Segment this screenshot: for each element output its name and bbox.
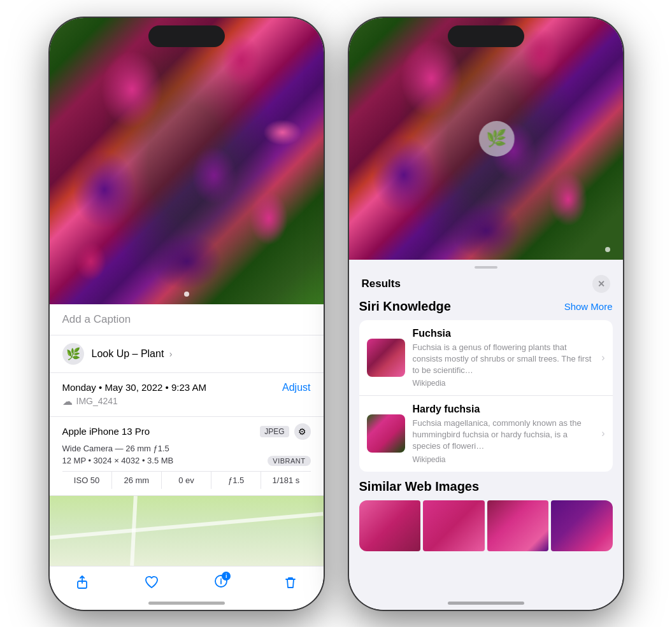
badge-row: JPEG ⚙ (260, 423, 310, 440)
heart-icon (145, 575, 159, 589)
similar-thumb-1[interactable] (359, 500, 421, 551)
fuchsia-thumb-bg (367, 339, 405, 377)
date-info: Monday • May 30, 2022 • 9:23 AM ☁ IMG_42… (62, 382, 206, 407)
fuchsia-thumbnail (367, 339, 405, 377)
caption-placeholder: Add a Caption (62, 313, 131, 325)
hardy-thumb-bg (367, 414, 405, 453)
hardy-thumbnail (367, 414, 405, 453)
fuchsia-desc: Fuchsia is a genus of flowering plants t… (413, 342, 597, 377)
siri-knowledge-title: Siri Knowledge (359, 299, 451, 314)
left-screen: Add a Caption 🌿 Look Up – Plant › (50, 18, 324, 610)
similar-title: Similar Web Images (359, 479, 613, 494)
siri-knowledge-section: Siri Knowledge Show More Fuchsia Fuchsia… (349, 299, 623, 479)
info-button-wrapper[interactable]: i (214, 574, 228, 591)
similar-thumb-3[interactable] (487, 500, 549, 551)
lookup-arrow: › (169, 349, 173, 359)
flower-photo-right[interactable]: 🌿 (349, 18, 623, 260)
home-indicator-right (448, 602, 524, 605)
camera-details: Wide Camera — 26 mm ƒ1.5 (62, 444, 311, 453)
filename: IMG_4241 (76, 396, 118, 406)
visual-search-button[interactable]: 🌿 (478, 121, 514, 157)
knowledge-card: Fuchsia Fuchsia is a genus of flowering … (359, 320, 613, 472)
lookup-prefix: Look Up – Plant › (92, 348, 173, 359)
device-section: Apple iPhone 13 Pro JPEG ⚙ Wide Camera —… (50, 417, 324, 496)
device-row: Apple iPhone 13 Pro JPEG ⚙ (62, 423, 311, 440)
visual-search-icon: 🌿 (486, 129, 506, 148)
share-button[interactable] (75, 575, 89, 589)
right-screen: 🌿 Results ✕ Siri Knowledge Show More (349, 18, 623, 610)
dot-indicator (184, 292, 189, 297)
exif-aperture: ƒ1.5 (211, 472, 261, 489)
format-badge: JPEG (260, 426, 289, 437)
photo-info-section: Add a Caption 🌿 Look Up – Plant › (50, 304, 324, 566)
dot-indicator-right (605, 247, 610, 252)
info-badge: i (222, 572, 231, 581)
exif-focal: 26 mm (112, 472, 162, 489)
gear-button[interactable]: ⚙ (294, 423, 311, 440)
adjust-button[interactable]: Adjust (282, 382, 310, 393)
map-background (50, 496, 324, 566)
mp-row: 12 MP • 3024 × 4032 • 3.5 MB VIBRANT (62, 456, 311, 466)
hardy-source: Wikipedia (413, 455, 597, 464)
fuchsia-source: Wikipedia (413, 379, 597, 388)
date-section: Monday • May 30, 2022 • 9:23 AM ☁ IMG_42… (50, 373, 324, 417)
knowledge-item-fuchsia[interactable]: Fuchsia Fuchsia is a genus of flowering … (359, 320, 613, 397)
location-row: ☁ IMG_4241 (62, 395, 206, 407)
trash-icon (283, 575, 297, 589)
similar-images-section: Similar Web Images (349, 479, 623, 559)
close-button[interactable]: ✕ (592, 275, 610, 293)
flower-photo-left[interactable] (50, 18, 324, 304)
similar-thumb-2[interactable] (423, 500, 485, 551)
phone-notch-right (448, 25, 524, 47)
home-indicator (148, 602, 225, 605)
lookup-row[interactable]: 🌿 Look Up – Plant › (50, 335, 324, 373)
right-phone: 🌿 Results ✕ Siri Knowledge Show More (349, 18, 623, 610)
mp-info: 12 MP • 3024 × 4032 • 3.5 MB (62, 456, 174, 465)
similar-thumb-4[interactable] (551, 500, 613, 551)
hardy-name: Hardy fuchsia (413, 404, 597, 415)
results-header: Results ✕ (349, 269, 623, 299)
left-phone: Add a Caption 🌿 Look Up – Plant › (50, 18, 324, 610)
hardy-info: Hardy fuchsia Fuchsia magellanica, commo… (413, 404, 597, 464)
siri-header: Siri Knowledge Show More (359, 299, 613, 314)
hardy-chevron: › (601, 428, 604, 439)
similar-grid (359, 500, 613, 551)
cloud-icon: ☁ (62, 395, 73, 407)
results-title: Results (362, 278, 401, 290)
results-panel: Results ✕ Siri Knowledge Show More (349, 260, 623, 610)
knowledge-item-hardy[interactable]: Hardy fuchsia Fuchsia magellanica, commo… (359, 396, 613, 472)
phone-notch (148, 25, 225, 47)
fuchsia-chevron: › (601, 352, 604, 363)
exif-ev: 0 ev (162, 472, 211, 489)
delete-button[interactable] (283, 575, 297, 589)
device-name: Apple iPhone 13 Pro (62, 426, 150, 437)
exif-iso: ISO 50 (62, 472, 112, 489)
heart-button[interactable] (145, 575, 159, 589)
lookup-icon: 🌿 (62, 343, 84, 365)
date-text: Monday • May 30, 2022 • 9:23 AM (62, 382, 206, 393)
leaf-icon: 🌿 (66, 347, 80, 361)
fuchsia-info: Fuchsia Fuchsia is a genus of flowering … (413, 328, 597, 388)
exif-row: ISO 50 26 mm 0 ev ƒ1.5 1/181 s (62, 471, 311, 489)
map-section[interactable] (50, 496, 324, 566)
fuchsia-name: Fuchsia (413, 328, 597, 339)
hardy-desc: Fuchsia magellanica, commonly known as t… (413, 418, 597, 453)
vibrant-badge: VIBRANT (268, 456, 310, 466)
exif-shutter: 1/181 s (261, 472, 310, 489)
share-icon (75, 575, 89, 589)
lookup-label: Look Up – Plant › (92, 348, 173, 360)
show-more-button[interactable]: Show More (564, 301, 613, 312)
caption-area[interactable]: Add a Caption (50, 304, 324, 335)
